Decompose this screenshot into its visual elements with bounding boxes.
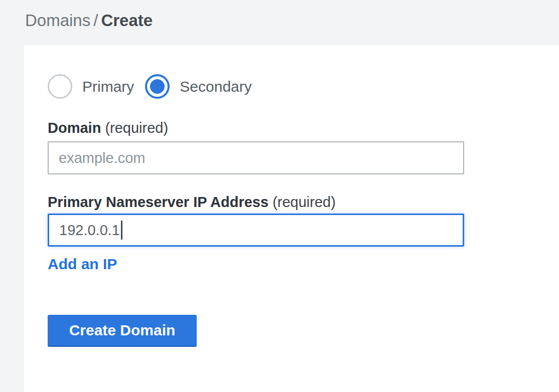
radio-secondary-selected-icon[interactable] — [145, 74, 170, 99]
ip-field-label: Primary Nameserver IP Address (required) — [48, 193, 336, 211]
radio-label-primary: Primary — [82, 78, 134, 95]
add-an-ip-link[interactable]: Add an IP — [48, 256, 117, 273]
radio-primary-icon[interactable] — [48, 74, 72, 99]
breadcrumb-domains[interactable]: Domains — [25, 11, 90, 30]
ip-required-hint: (required) — [272, 194, 336, 210]
create-domain-card: Primary Secondary Domain (required) Prim… — [24, 45, 559, 392]
domain-field-label: Domain (required) — [48, 119, 168, 136]
breadcrumb-create: Create — [101, 11, 153, 30]
domain-required-hint: (required) — [105, 120, 168, 136]
breadcrumb: Domains/Create — [25, 11, 153, 30]
domain-input[interactable] — [48, 141, 464, 174]
radio-dot — [150, 79, 165, 94]
ip-label-text: Primary Nameserver IP Address — [48, 194, 268, 210]
domains-create-page: Domains/Create Primary Secondary Domain … — [0, 0, 559, 392]
create-domain-button[interactable]: Create Domain — [48, 315, 197, 347]
radio-option-secondary[interactable]: Secondary — [145, 74, 251, 99]
ip-input-value: 192.0.0.1 — [59, 222, 120, 239]
primary-nameserver-ip-input[interactable]: 192.0.0.1 — [48, 214, 464, 247]
text-cursor — [121, 221, 122, 240]
domain-label-text: Domain — [48, 120, 101, 136]
domain-type-radio-group: Primary Secondary — [48, 74, 252, 99]
breadcrumb-separator: / — [93, 11, 98, 30]
radio-option-primary[interactable]: Primary — [48, 74, 134, 99]
radio-label-secondary: Secondary — [180, 78, 251, 95]
